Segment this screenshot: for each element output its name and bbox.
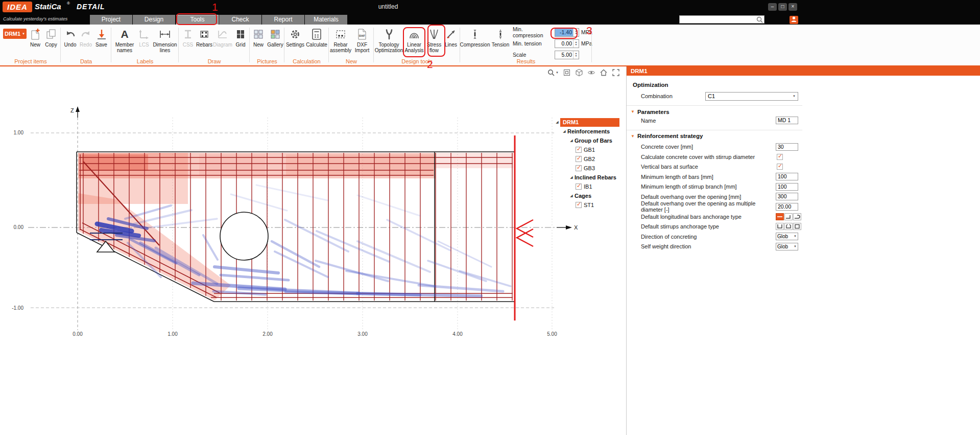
min-tension-value[interactable]: 0.00 <box>555 40 573 48</box>
rebar-assembly-icon <box>334 27 347 42</box>
visibility-icon[interactable] <box>587 68 595 77</box>
tree-item-ib1[interactable]: ✓ IB1 <box>554 182 619 191</box>
tab-report[interactable]: Report <box>262 15 304 25</box>
new-project-item-button[interactable]: New <box>28 26 43 48</box>
fullscreen-icon[interactable] <box>612 68 620 77</box>
section-reinforcement-strategy[interactable]: ▼ Reinforcement strategy <box>627 130 802 140</box>
copy-project-item-button[interactable]: Copy <box>43 26 59 48</box>
lines-icon <box>445 27 457 42</box>
user-account-button[interactable] <box>790 16 798 24</box>
stirrup-hook-button[interactable] <box>784 223 793 230</box>
tree-item-gb3[interactable]: ✓ GB3 <box>554 164 619 173</box>
min-tension-spinner[interactable]: 0.00 ▲▼ <box>555 39 579 48</box>
linear-analysis-button[interactable]: Linear Analysis <box>403 26 425 53</box>
lines-button[interactable]: Lines <box>443 26 459 48</box>
lcs-button[interactable]: LCS <box>136 26 152 48</box>
anchorage-hook-90-button[interactable] <box>784 213 793 220</box>
direction-of-concreting-select[interactable]: Glob ▼ <box>776 233 798 240</box>
x-axis-label: X <box>574 224 578 231</box>
dxf-import-button[interactable]: DXF DXF Import <box>352 26 372 53</box>
member-names-button[interactable]: A Member names <box>113 26 136 53</box>
tree-item-reinforcements[interactable]: ◢ Reinforcements <box>554 127 619 136</box>
compression-button[interactable]: Compression <box>461 26 489 48</box>
tree-root-drm1[interactable]: DRM1 <box>560 118 619 127</box>
maximize-button[interactable]: □ <box>778 3 787 11</box>
tree-item-st1[interactable]: ✓ ST1 <box>554 200 619 210</box>
save-button[interactable]: Save <box>93 26 109 48</box>
min-bar-length-field[interactable]: 100 <box>776 173 798 180</box>
overhang-opening-field[interactable]: 300 <box>776 193 798 200</box>
diagram-icon <box>217 27 229 42</box>
minimize-button[interactable]: – <box>768 3 777 11</box>
checkbox-gb2[interactable]: ✓ <box>576 156 582 162</box>
tree-item-gb2[interactable]: ✓ GB2 <box>554 154 619 164</box>
member-names-icon: A <box>121 27 128 42</box>
undo-icon <box>64 27 77 42</box>
section-parameters[interactable]: ▼ Parameters <box>627 105 802 116</box>
model-canvas[interactable]: Z X 1.00 0.00 -1.00 0.00 1.00 2.00 3.00 … <box>0 66 626 435</box>
checkbox-gb3[interactable]: ✓ <box>576 165 582 171</box>
view-cube-icon[interactable] <box>575 68 583 77</box>
overhang-multiple-field[interactable]: 20.00 <box>776 203 798 211</box>
zoom-dropdown[interactable]: ▼ <box>547 69 559 77</box>
scale-label: Scale <box>513 52 555 58</box>
tab-tools[interactable]: Tools <box>176 15 219 25</box>
svg-text:3.00: 3.00 <box>357 331 368 337</box>
dimension-lines-button[interactable]: Dimension lines <box>152 26 178 53</box>
diagram-button[interactable]: Diagram <box>213 26 232 48</box>
ribbon-group-calculation: Settings Calculate Calculation <box>285 25 328 65</box>
concrete-cover-field[interactable]: 30 <box>776 143 798 151</box>
scale-spinner[interactable]: 5.00 ▲▼ <box>555 51 579 59</box>
vertical-bars-checkbox[interactable]: ✓ <box>777 164 783 170</box>
close-button[interactable]: × <box>788 3 797 11</box>
tree-item-group-of-bars[interactable]: ◢ Group of Bars <box>554 136 619 145</box>
search-box[interactable] <box>679 15 764 24</box>
self-weight-direction-select[interactable]: Glob ▼ <box>776 243 798 250</box>
anchorage-hook-180-button[interactable] <box>793 213 801 220</box>
checkbox-st1[interactable]: ✓ <box>576 202 582 208</box>
calculate-button[interactable]: Calculate <box>305 26 328 48</box>
css-button[interactable]: CSS <box>180 26 196 48</box>
settings-button[interactable]: Settings <box>285 26 305 48</box>
tree-item-cages[interactable]: ◢ Cages <box>554 191 619 200</box>
tab-check[interactable]: Check <box>219 15 261 25</box>
tree-item-inclined-rebars[interactable]: ◢ Inclined Rebars <box>554 173 619 182</box>
rebar-assembly-button[interactable]: Rebar assembly <box>329 26 352 53</box>
min-stirrup-branch-field[interactable]: 100 <box>776 183 798 191</box>
tension-button[interactable]: Tension <box>489 26 512 48</box>
grid-button[interactable]: Grid <box>232 26 249 48</box>
fit-view-icon[interactable] <box>563 68 571 77</box>
tab-project[interactable]: Project <box>90 15 132 25</box>
new-picture-button[interactable]: New <box>250 26 267 48</box>
scale-value[interactable]: 5.00 <box>555 51 573 59</box>
checkbox-gb1[interactable]: ✓ <box>576 147 582 153</box>
expander-icon[interactable]: ◢ <box>554 120 560 124</box>
stirrup-open-button[interactable] <box>776 223 784 230</box>
checkbox-ib1[interactable]: ✓ <box>576 184 582 190</box>
home-icon[interactable] <box>600 68 608 77</box>
project-item-selector[interactable]: DRM1 ▼ <box>3 29 27 39</box>
topology-optimization-button[interactable]: Topology Optimization <box>374 26 403 53</box>
spinner-arrows[interactable]: ▲▼ <box>573 29 579 36</box>
min-compression-value[interactable]: -1.40 <box>555 29 573 36</box>
svg-text:1.00: 1.00 <box>14 130 24 135</box>
registered-mark: ® <box>67 1 70 6</box>
combination-select[interactable]: C1 ▼ <box>705 92 798 101</box>
stress-flow-button[interactable]: Stress flow <box>425 26 443 53</box>
rebars-button[interactable]: Rebars <box>196 26 213 48</box>
stirrup-closed-button[interactable] <box>793 223 801 230</box>
spinner-arrows[interactable]: ▲▼ <box>573 51 579 59</box>
calc-cover-checkbox[interactable]: ✓ <box>777 154 783 160</box>
tree-item-gb1[interactable]: ✓ GB1 <box>554 145 619 154</box>
name-field[interactable]: MD 1 <box>776 117 798 124</box>
anchorage-straight-button[interactable] <box>776 213 784 220</box>
spinner-arrows[interactable]: ▲▼ <box>573 40 579 48</box>
gallery-button[interactable]: Gallery <box>267 26 284 48</box>
tab-materials[interactable]: Materials <box>305 15 347 25</box>
undo-button[interactable]: Undo <box>62 26 78 48</box>
min-compression-spinner[interactable]: -1.40 ▲▼ <box>555 28 579 37</box>
new-picture-icon <box>252 27 265 42</box>
search-input[interactable] <box>680 16 756 23</box>
tab-design[interactable]: Design <box>133 15 175 25</box>
redo-button[interactable]: Redo <box>78 26 93 48</box>
